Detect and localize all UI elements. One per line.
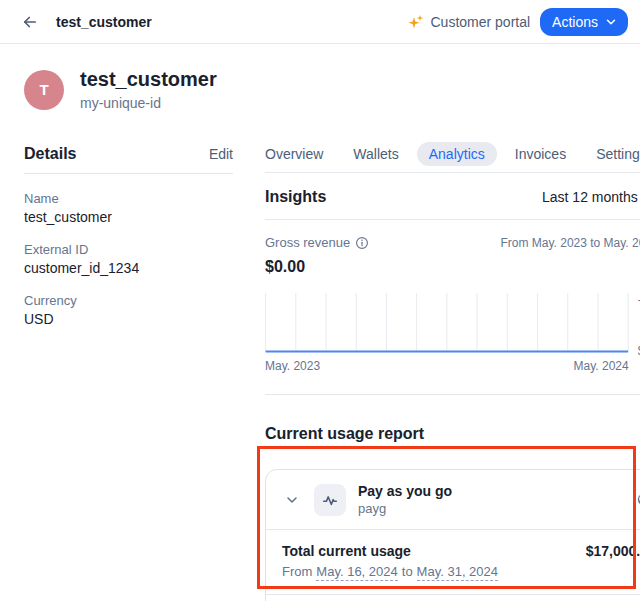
field-label: External ID bbox=[24, 242, 233, 257]
period-selector-label: Last 12 months bbox=[542, 189, 638, 205]
period-start-date[interactable]: May. 16, 2024 bbox=[316, 564, 397, 581]
period-join: to bbox=[402, 564, 413, 581]
tab-settings[interactable]: Settings bbox=[584, 142, 640, 166]
info-icon[interactable] bbox=[355, 236, 369, 250]
total-usage-label: Total current usage bbox=[282, 543, 498, 559]
collapse-button[interactable] bbox=[282, 490, 302, 510]
usage-item-row: Tokens openai_tokens bbox=[266, 595, 640, 601]
customer-name: test_customer bbox=[80, 68, 217, 91]
plan-row: Pay as you go payg bbox=[266, 470, 640, 529]
main-panel: Overview Wallets Analytics Invoices Sett… bbox=[265, 141, 640, 601]
details-header: Details Edit bbox=[24, 141, 233, 167]
detail-field-external-id: External ID customer_id_1234 bbox=[24, 242, 233, 276]
chart-svg bbox=[265, 293, 629, 353]
field-label: Currency bbox=[24, 293, 233, 308]
details-title: Details bbox=[24, 145, 76, 163]
refresh-button[interactable] bbox=[632, 488, 640, 512]
usage-report-title: Current usage report bbox=[265, 425, 640, 443]
edit-details-button[interactable]: Edit bbox=[209, 146, 233, 162]
content-columns: Details Edit Name test_customer External… bbox=[0, 141, 640, 601]
x-tick-start: May. 2023 bbox=[265, 359, 320, 373]
gross-revenue-label: Gross revenue bbox=[265, 235, 350, 250]
gross-revenue-row: Gross revenue From May. 2023 to May. 202… bbox=[265, 235, 640, 250]
customer-page: test_customer Customer portal Actions T … bbox=[0, 0, 640, 601]
field-value: USD bbox=[24, 311, 233, 327]
detail-field-currency: Currency USD bbox=[24, 293, 233, 327]
chart-plot-area bbox=[265, 293, 629, 353]
total-usage-text: Total current usage From May. 16, 2024 t… bbox=[282, 543, 498, 581]
chevron-down-icon bbox=[604, 15, 618, 29]
details-divider bbox=[24, 173, 233, 174]
customer-portal-label: Customer portal bbox=[430, 14, 530, 30]
details-panel: Details Edit Name test_customer External… bbox=[24, 141, 233, 601]
arrow-left-icon bbox=[21, 13, 39, 31]
total-usage-row: Total current usage From May. 16, 2024 t… bbox=[266, 530, 640, 594]
customer-portal-button[interactable]: Customer portal bbox=[408, 14, 530, 30]
top-bar: test_customer Customer portal Actions bbox=[0, 0, 640, 44]
detail-field-name: Name test_customer bbox=[24, 191, 233, 225]
plan-code: payg bbox=[358, 501, 452, 516]
insights-divider bbox=[265, 219, 640, 220]
chart-range-label: From May. 2023 to May. 2024 bbox=[500, 236, 640, 250]
customer-identity: test_customer my-unique-id bbox=[80, 68, 217, 111]
plan-text: Pay as you go payg bbox=[358, 483, 452, 516]
field-value: customer_id_1234 bbox=[24, 260, 233, 276]
field-label: Name bbox=[24, 191, 233, 206]
actions-button[interactable]: Actions bbox=[540, 8, 628, 36]
tab-invoices[interactable]: Invoices bbox=[503, 142, 578, 166]
x-tick-end: May. 2024 bbox=[574, 359, 629, 373]
actions-label: Actions bbox=[552, 14, 598, 30]
page-title: test_customer bbox=[56, 14, 152, 30]
pulse-icon bbox=[321, 491, 339, 509]
total-usage-value: $17,000.00 bbox=[586, 543, 640, 559]
chevron-down-icon bbox=[284, 492, 300, 508]
tab-bar: Overview Wallets Analytics Invoices Sett… bbox=[253, 141, 640, 167]
tab-wallets[interactable]: Wallets bbox=[341, 142, 410, 166]
plan-icon-box bbox=[314, 484, 346, 516]
chart-y-axis: - $0 bbox=[629, 293, 640, 353]
chart-x-axis: May. 2023 May. 2024 bbox=[265, 359, 629, 373]
customer-header: T test_customer my-unique-id bbox=[0, 44, 640, 111]
customer-unique-id: my-unique-id bbox=[80, 95, 217, 111]
gross-revenue-value: $0.00 bbox=[265, 258, 640, 276]
gross-revenue-label-group: Gross revenue bbox=[265, 235, 369, 250]
tab-overview[interactable]: Overview bbox=[253, 142, 335, 166]
refresh-icon bbox=[635, 491, 640, 508]
insights-header: Insights Last 12 months bbox=[265, 188, 640, 206]
tab-analytics[interactable]: Analytics bbox=[417, 142, 497, 166]
tabbar-divider bbox=[265, 172, 640, 173]
period-prefix: From bbox=[282, 564, 312, 581]
total-usage-period: From May. 16, 2024 to May. 31, 2024 bbox=[282, 564, 498, 581]
back-button[interactable] bbox=[16, 8, 44, 36]
chart-bottom-divider bbox=[265, 394, 640, 395]
plan-name: Pay as you go bbox=[358, 483, 452, 499]
sparkle-icon bbox=[408, 14, 424, 30]
usage-card: Pay as you go payg Total current usage F… bbox=[265, 469, 640, 601]
avatar: T bbox=[24, 70, 64, 110]
gross-revenue-chart: - $0 bbox=[265, 293, 640, 353]
period-end-date[interactable]: May. 31, 2024 bbox=[417, 564, 498, 581]
period-selector[interactable]: Last 12 months bbox=[542, 189, 640, 205]
insights-title: Insights bbox=[265, 188, 326, 206]
field-value: test_customer bbox=[24, 209, 233, 225]
